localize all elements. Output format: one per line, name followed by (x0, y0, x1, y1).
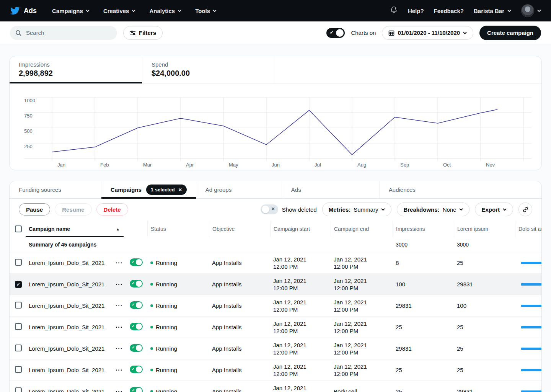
row-menu-icon[interactable]: ··· (116, 324, 123, 331)
metric-bar (521, 305, 541, 307)
column-header-status[interactable]: Status (147, 221, 209, 237)
tab-ad-groups[interactable]: Ad groups (196, 181, 282, 198)
close-icon[interactable]: ✕ (178, 187, 182, 193)
help-link[interactable]: Help? (408, 8, 424, 14)
show-deleted-toggle[interactable] (261, 204, 278, 214)
lorem-cell: 29831 (454, 281, 515, 287)
row-menu-icon[interactable]: ··· (116, 388, 123, 392)
calendar-icon (388, 30, 395, 36)
lorem-cell: 25 (454, 324, 515, 330)
metric-bar (521, 390, 541, 392)
select-all-checkbox[interactable] (15, 225, 22, 232)
search-input[interactable] (25, 29, 112, 36)
delete-button[interactable]: Delete (96, 203, 128, 216)
summary-lorem: 3000 (454, 242, 515, 248)
tab-funding-sources[interactable]: Funding sources (10, 181, 101, 198)
column-header-impressions[interactable]: Impressions (393, 221, 454, 237)
campaign-name-link[interactable]: Lorem_Ipsum_Dolo_Sit_2021 (29, 367, 104, 373)
campaign-enabled-toggle[interactable] (130, 301, 143, 309)
campaign-end-cell: Jan 12, 202112:00 PM (331, 320, 393, 335)
chevron-down-icon (537, 9, 541, 13)
campaign-name-link[interactable]: Lorem_Ipsum_Dolo_Sit_2021 (29, 388, 104, 392)
primary-nav: Campaigns Creatives Analytics Tools (52, 8, 217, 14)
column-header-campaign-end[interactable]: Campaign end (331, 221, 393, 237)
row-menu-icon[interactable]: ··· (116, 260, 123, 266)
column-header-objective[interactable]: Objective (209, 221, 270, 237)
feedback-link[interactable]: Feedback? (434, 8, 464, 14)
column-header-campaign-start[interactable]: Campaign start (270, 221, 331, 237)
row-checkbox[interactable] (15, 366, 22, 373)
profile-menu[interactable] (521, 4, 541, 17)
campaign-start-cell: Jan 12, 202112:00 PM (270, 384, 331, 392)
metrics-dropdown[interactable]: Metrics:Summary (322, 203, 392, 216)
sort-asc-icon: ▲ (116, 227, 120, 231)
lorem-cell: 25 (454, 345, 515, 352)
summary-row: Summary of 45 campaigns 3000 3000 (10, 237, 541, 252)
metric-card-spend[interactable]: Spend $24,000.00 (142, 56, 275, 83)
chevron-down-icon (507, 9, 511, 13)
column-header-campaign-name[interactable]: Campaign name ▲ (26, 221, 127, 237)
account-menu[interactable]: Barista Bar (474, 8, 511, 14)
table-row: Lorem_Ipsum_Dolo_Sit_2021 ··· Running Ap… (10, 381, 541, 392)
status-label: Running (156, 281, 177, 287)
column-header-dolo[interactable]: Dolo sit an (515, 221, 541, 237)
campaign-name-link[interactable]: Lorem_Ipsum_Dolo_Sit_2021 (29, 324, 104, 330)
selected-count-badge[interactable]: 1 selected ✕ (146, 185, 187, 195)
search-box[interactable] (10, 26, 117, 40)
metric-card-impressions[interactable]: Impressions 2,998,892 (10, 56, 142, 83)
tab-audiences[interactable]: Audiences (380, 181, 541, 198)
column-header-lorem-ipsum[interactable]: Lorem ipsum (454, 221, 515, 237)
filters-button[interactable]: Filters (123, 26, 163, 40)
status-dot-icon (150, 369, 153, 371)
notifications-button[interactable] (390, 6, 398, 16)
row-checkbox[interactable] (15, 281, 22, 288)
share-link-button[interactable] (518, 203, 532, 216)
row-checkbox[interactable] (15, 323, 22, 330)
nav-campaigns[interactable]: Campaigns (52, 8, 90, 14)
row-checkbox[interactable] (15, 302, 22, 309)
brand[interactable]: Ads (10, 6, 37, 16)
campaign-enabled-toggle[interactable] (130, 387, 143, 392)
campaign-enabled-toggle[interactable] (130, 258, 143, 266)
metric-value: $24,000.00 (152, 69, 266, 78)
date-range-picker[interactable]: 01/01/2020 - 11/10/2020 (382, 26, 473, 40)
row-menu-icon[interactable]: ··· (116, 345, 123, 352)
campaign-name-link[interactable]: Lorem_Ipsum_Dolo_Sit_2021 (29, 260, 104, 266)
lorem-cell: 100 (454, 302, 515, 309)
campaign-name-link[interactable]: Lorem_Ipsum_Dolo_Sit_2021 (29, 345, 104, 352)
status-dot-icon (150, 304, 153, 307)
campaign-name-link[interactable]: Lorem_Ipsum_Dolo_Sit_2021 (29, 281, 104, 287)
campaign-name-link[interactable]: Lorem_Ipsum_Dolo_Sit_2021 (29, 302, 104, 309)
tab-campaigns[interactable]: Campaigns 1 selected ✕ (101, 181, 196, 198)
row-checkbox[interactable] (15, 345, 22, 351)
objective-cell: App Installs (209, 345, 270, 352)
svg-text:May: May (229, 162, 238, 168)
row-checkbox[interactable] (15, 259, 22, 266)
tab-ads[interactable]: Ads (282, 181, 380, 198)
row-menu-icon[interactable]: ··· (116, 281, 123, 288)
row-checkbox[interactable] (15, 387, 22, 392)
metric-bar (521, 283, 541, 286)
create-campaign-button[interactable]: Create campaign (479, 26, 541, 40)
chevron-down-icon (213, 9, 217, 13)
metric-bar (521, 348, 541, 350)
campaign-enabled-toggle[interactable] (130, 280, 143, 287)
export-dropdown[interactable]: Export (475, 203, 513, 216)
nav-tools[interactable]: Tools (195, 8, 217, 14)
impressions-cell: 8 (393, 260, 454, 266)
charts-toggle[interactable] (326, 28, 345, 38)
campaign-end-cell: Jan 12, 202112:00 PM (331, 299, 393, 313)
nav-analytics[interactable]: Analytics (149, 8, 181, 14)
campaign-enabled-toggle[interactable] (130, 366, 143, 373)
pause-button[interactable]: Pause (19, 203, 50, 216)
nav-creatives[interactable]: Creatives (103, 8, 136, 14)
campaign-enabled-toggle[interactable] (130, 344, 143, 352)
campaign-end-cell: Body cell (331, 388, 393, 392)
campaign-enabled-toggle[interactable] (130, 323, 143, 330)
metric-bar (521, 326, 541, 328)
chevron-down-icon (463, 31, 467, 35)
row-menu-icon[interactable]: ··· (116, 367, 123, 374)
resume-button[interactable]: Resume (55, 203, 91, 216)
breakdowns-dropdown[interactable]: Breakdowns:None (397, 203, 469, 216)
row-menu-icon[interactable]: ··· (116, 302, 123, 309)
